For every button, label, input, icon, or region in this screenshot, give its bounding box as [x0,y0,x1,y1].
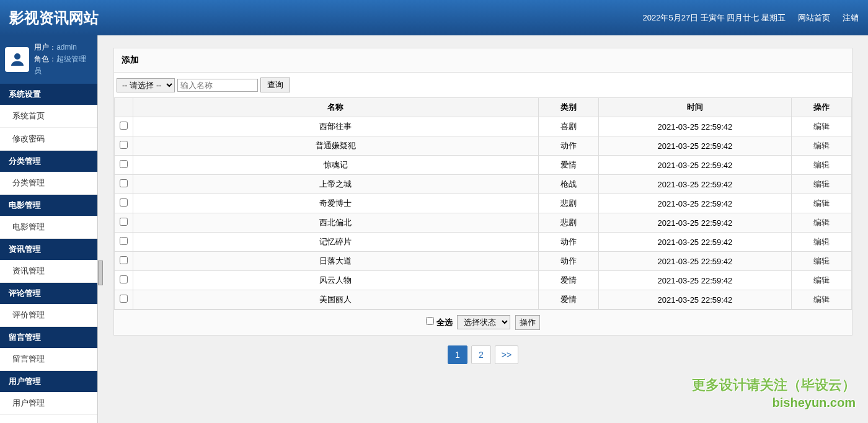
menu-section-title[interactable]: 分类管理 [0,151,97,172]
row-edit-link[interactable]: 编辑 [813,160,830,169]
row-time: 2021-03-25 22:59:42 [599,175,792,194]
row-category: 爱情 [538,271,598,290]
date-text: 2022年5月27日 壬寅年 四月廿七 星期五 [643,12,786,24]
row-time: 2021-03-25 22:59:42 [599,252,792,271]
home-link[interactable]: 网站首页 [798,12,830,24]
table-row: 上帝之城枪战2021-03-25 22:59:42编辑 [115,175,852,194]
menu-item[interactable]: 修改密码 [0,128,97,151]
table-row: 惊魂记爱情2021-03-25 22:59:42编辑 [115,156,852,175]
row-checkbox[interactable] [120,122,128,130]
row-checkbox[interactable] [120,141,128,149]
table-row: 风云人物爱情2021-03-25 22:59:42编辑 [115,271,852,290]
table-row: 日落大道动作2021-03-25 22:59:42编辑 [115,252,852,271]
sidebar: 用户：admin 角色：超级管理员 系统设置系统首页修改密码分类管理分类管理电影… [0,35,98,423]
row-category: 悲剧 [538,213,598,233]
row-name: 日落大道 [133,252,539,271]
row-name: 惊魂记 [133,156,539,175]
row-category: 动作 [538,233,598,252]
row-time: 2021-03-25 22:59:42 [599,117,792,136]
content-panel: 添加 -- 请选择 -- 查询 名称 类别 时间 操作 [113,48,852,336]
menu-section-title[interactable]: 资讯管理 [0,239,97,260]
sidebar-collapse-handle[interactable] [98,260,103,285]
batch-action-button[interactable]: 操作 [515,315,540,330]
row-time: 2021-03-25 22:59:42 [599,233,792,252]
row-edit-link[interactable]: 编辑 [813,141,830,150]
batch-status-select[interactable]: 选择状态 [457,315,510,329]
table-row: 西部往事喜剧2021-03-25 22:59:42编辑 [115,117,852,136]
menu-item[interactable]: 用户管理 [0,392,97,415]
row-name: 上帝之城 [133,175,539,194]
row-category: 枪战 [538,175,598,194]
row-name: 奇爱博士 [133,194,539,213]
user-icon [8,50,27,69]
page-button[interactable]: 1 [448,345,467,364]
menu-item[interactable]: 分类管理 [0,172,97,195]
svg-point-0 [14,53,20,60]
row-name: 西北偏北 [133,213,539,233]
select-all-label: 全选 [436,318,453,327]
filter-category-select[interactable]: -- 请选择 -- [117,78,175,92]
logout-link[interactable]: 注销 [843,12,859,24]
panel-header-add[interactable]: 添加 [114,48,852,73]
menu-item[interactable]: 留言管理 [0,348,97,371]
pagination: 12>> [113,336,852,374]
row-edit-link[interactable]: 编辑 [813,218,830,227]
header-right: 2022年5月27日 壬寅年 四月廿七 星期五 网站首页 注销 [643,12,859,24]
main-content: 添加 -- 请选择 -- 查询 名称 类别 时间 操作 [98,35,868,423]
row-category: 动作 [538,252,598,271]
row-edit-link[interactable]: 编辑 [813,122,830,131]
row-edit-link[interactable]: 编辑 [813,198,830,208]
row-category: 动作 [538,136,598,156]
row-checkbox[interactable] [120,256,128,264]
row-edit-link[interactable]: 编辑 [813,295,830,304]
row-time: 2021-03-25 22:59:42 [599,136,792,156]
row-time: 2021-03-25 22:59:42 [599,194,792,213]
top-header: 影视资讯网站 2022年5月27日 壬寅年 四月廿七 星期五 网站首页 注销 [0,0,868,35]
row-checkbox[interactable] [120,218,128,226]
filter-submit-button[interactable]: 查询 [260,78,290,92]
user-label: 用户： [34,43,56,51]
row-edit-link[interactable]: 编辑 [813,237,830,246]
site-title: 影视资讯网站 [9,8,99,28]
menu-section-title[interactable]: 系统设置 [0,84,97,105]
row-checkbox[interactable] [120,275,128,283]
row-name: 西部往事 [133,117,539,136]
col-time: 时间 [687,102,703,112]
row-edit-link[interactable]: 编辑 [813,256,830,265]
menu-item[interactable]: 电影管理 [0,216,97,239]
menu-section-title[interactable]: 电影管理 [0,195,97,216]
col-category: 类别 [560,102,577,112]
row-time: 2021-03-25 22:59:42 [599,271,792,290]
page-button[interactable]: 2 [471,345,491,364]
avatar [5,47,29,72]
row-checkbox[interactable] [120,237,128,245]
menu-item[interactable]: 评价管理 [0,304,97,327]
row-checkbox[interactable] [120,179,128,187]
user-panel: 用户：admin 角色：超级管理员 [0,35,97,84]
row-category: 喜剧 [538,117,598,136]
col-action: 操作 [813,102,830,112]
table-row: 普通嫌疑犯动作2021-03-25 22:59:42编辑 [115,136,852,156]
batch-bar: 全选 选择状态 操作 [114,309,852,335]
row-edit-link[interactable]: 编辑 [813,275,830,285]
row-time: 2021-03-25 22:59:42 [599,290,792,309]
row-time: 2021-03-25 22:59:42 [599,156,792,175]
table-row: 西北偏北悲剧2021-03-25 22:59:42编辑 [115,213,852,233]
row-name: 风云人物 [133,271,539,290]
page-next-button[interactable]: >> [495,345,518,364]
menu-section-title[interactable]: 用户管理 [0,371,97,392]
row-checkbox[interactable] [120,160,128,168]
row-checkbox[interactable] [120,198,128,207]
row-name: 美国丽人 [133,290,539,309]
filter-name-input[interactable] [177,79,258,92]
menu-section-title[interactable]: 评论管理 [0,283,97,304]
data-table: 名称 类别 时间 操作 西部往事喜剧2021-03-25 22:59:42编辑普… [114,97,852,309]
menu-section-title[interactable]: 留言管理 [0,327,97,348]
table-row: 美国丽人爱情2021-03-25 22:59:42编辑 [115,290,852,309]
row-checkbox[interactable] [120,295,128,303]
menu-item[interactable]: 资讯管理 [0,260,97,283]
row-name: 普通嫌疑犯 [133,136,539,156]
row-edit-link[interactable]: 编辑 [813,179,830,189]
select-all-checkbox[interactable] [426,317,434,325]
menu-item[interactable]: 系统首页 [0,105,97,128]
